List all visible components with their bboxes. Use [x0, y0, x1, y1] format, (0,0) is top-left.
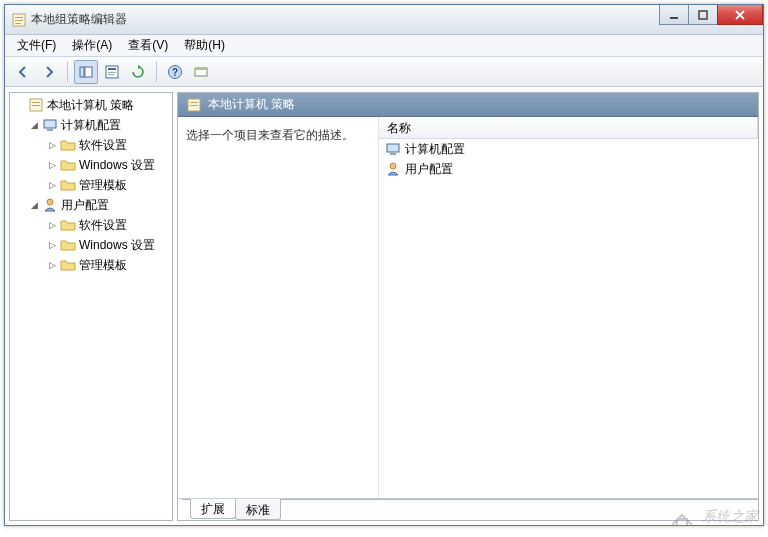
tree-label: Windows 设置 [79, 237, 155, 254]
list-item-label: 计算机配置 [405, 141, 465, 158]
show-hide-tree-button[interactable] [74, 60, 98, 84]
svg-rect-26 [390, 153, 396, 155]
expand-icon[interactable]: ▷ [46, 239, 58, 251]
svg-rect-7 [85, 67, 92, 77]
tree-software-settings[interactable]: ▷ 软件设置 [10, 215, 172, 235]
collapse-icon[interactable]: ◢ [28, 119, 40, 131]
svg-rect-5 [699, 11, 707, 19]
list-header[interactable]: 名称 [379, 117, 758, 139]
policy-icon [28, 97, 44, 113]
user-icon [385, 161, 401, 177]
tree-root[interactable]: 本地计算机 策略 [10, 95, 172, 115]
computer-icon [42, 117, 58, 133]
tree-label: 管理模板 [79, 177, 127, 194]
content-area: 本地计算机 策略 ◢ 计算机配置 ▷ 软件设置 ▷ [5, 87, 763, 525]
description-column: 选择一个项目来查看它的描述。 [178, 117, 378, 498]
svg-rect-23 [190, 102, 198, 103]
tree-user-config[interactable]: ◢ 用户配置 [10, 195, 172, 215]
toolbar-separator [156, 62, 157, 82]
menu-action[interactable]: 操作(A) [64, 35, 120, 56]
tree-label: 管理模板 [79, 257, 127, 274]
tree-software-settings[interactable]: ▷ 软件设置 [10, 135, 172, 155]
expand-icon[interactable]: ▷ [46, 159, 58, 171]
minimize-button[interactable] [659, 5, 689, 25]
expand-icon[interactable]: ▷ [46, 139, 58, 151]
menu-file[interactable]: 文件(F) [9, 35, 64, 56]
window-controls [660, 5, 763, 25]
tree-pane[interactable]: 本地计算机 策略 ◢ 计算机配置 ▷ 软件设置 ▷ [9, 92, 173, 521]
tree-label: 软件设置 [79, 137, 127, 154]
refresh-button[interactable] [126, 60, 150, 84]
list-item-label: 用户配置 [405, 161, 453, 178]
toolbar-separator [67, 62, 68, 82]
svg-rect-19 [44, 120, 56, 128]
svg-rect-18 [32, 105, 40, 106]
back-button[interactable] [11, 60, 35, 84]
details-header-title: 本地计算机 策略 [208, 96, 295, 113]
svg-rect-9 [108, 68, 116, 70]
filter-button[interactable] [189, 60, 213, 84]
column-name[interactable]: 名称 [379, 117, 758, 138]
app-window: 本地组策略编辑器 文件(F) 操作(A) 查看(V) 帮助(H) [4, 4, 764, 526]
folder-icon [60, 237, 76, 253]
help-button[interactable]: ? [163, 60, 187, 84]
list-item-computer-config[interactable]: 计算机配置 [379, 139, 758, 159]
user-icon [42, 197, 58, 213]
svg-rect-6 [80, 67, 84, 77]
tree-label: Windows 设置 [79, 157, 155, 174]
list-item-user-config[interactable]: 用户配置 [379, 159, 758, 179]
folder-icon [60, 157, 76, 173]
svg-rect-11 [108, 74, 114, 75]
svg-point-27 [390, 163, 396, 169]
view-tabs: 扩展 标准 [178, 498, 758, 520]
tree-windows-settings[interactable]: ▷ Windows 设置 [10, 155, 172, 175]
tree-computer-config[interactable]: ◢ 计算机配置 [10, 115, 172, 135]
properties-button[interactable] [100, 60, 124, 84]
svg-rect-17 [32, 102, 40, 103]
tree-label: 本地计算机 策略 [47, 97, 134, 114]
expand-icon[interactable]: ▷ [46, 259, 58, 271]
policy-icon [186, 97, 202, 113]
svg-rect-15 [195, 68, 207, 70]
tab-extended[interactable]: 扩展 [190, 499, 236, 519]
description-text: 选择一个项目来查看它的描述。 [186, 128, 354, 142]
tree-label: 用户配置 [61, 197, 109, 214]
titlebar[interactable]: 本地组策略编辑器 [5, 5, 763, 35]
folder-icon [60, 257, 76, 273]
close-button[interactable] [717, 5, 763, 25]
list-column: 名称 计算机配置 用户配置 [378, 117, 758, 498]
tree-label: 软件设置 [79, 217, 127, 234]
folder-icon [60, 217, 76, 233]
maximize-button[interactable] [688, 5, 718, 25]
svg-text:?: ? [172, 67, 178, 78]
menubar: 文件(F) 操作(A) 查看(V) 帮助(H) [5, 35, 763, 57]
details-header: 本地计算机 策略 [178, 93, 758, 117]
collapse-icon[interactable]: ◢ [28, 199, 40, 211]
app-icon [11, 12, 27, 28]
details-pane: 本地计算机 策略 选择一个项目来查看它的描述。 名称 计算机配置 [177, 92, 759, 521]
tree-windows-settings[interactable]: ▷ Windows 设置 [10, 235, 172, 255]
expand-icon[interactable]: ▷ [46, 219, 58, 231]
tab-standard[interactable]: 标准 [235, 500, 281, 520]
svg-rect-10 [108, 72, 116, 73]
window-title: 本地组策略编辑器 [31, 11, 127, 28]
menu-help[interactable]: 帮助(H) [176, 35, 233, 56]
toolbar: ? [5, 57, 763, 87]
tree-admin-templates[interactable]: ▷ 管理模板 [10, 255, 172, 275]
forward-button[interactable] [37, 60, 61, 84]
menu-view[interactable]: 查看(V) [120, 35, 176, 56]
details-body: 选择一个项目来查看它的描述。 名称 计算机配置 [178, 117, 758, 498]
folder-icon [60, 177, 76, 193]
expander-icon [14, 99, 26, 111]
svg-rect-25 [387, 144, 399, 152]
svg-rect-24 [190, 105, 198, 106]
svg-rect-3 [15, 23, 21, 24]
svg-rect-1 [15, 17, 23, 18]
svg-rect-2 [15, 20, 23, 21]
expand-icon[interactable]: ▷ [46, 179, 58, 191]
tree-admin-templates[interactable]: ▷ 管理模板 [10, 175, 172, 195]
folder-icon [60, 137, 76, 153]
svg-rect-4 [670, 17, 678, 19]
svg-point-21 [47, 199, 53, 205]
computer-icon [385, 141, 401, 157]
